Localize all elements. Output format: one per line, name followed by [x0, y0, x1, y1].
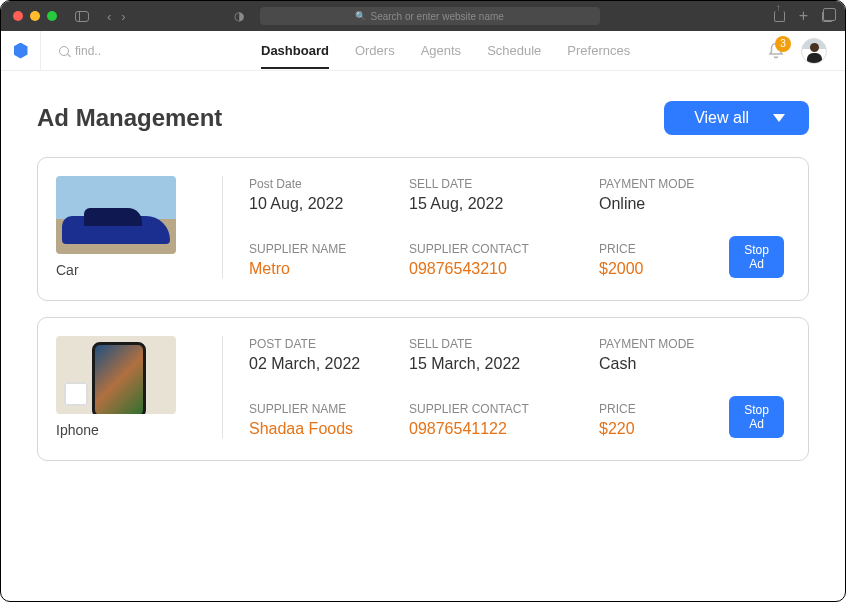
price-label: PRICE [599, 402, 636, 416]
supplier-name-value: Metro [249, 260, 290, 278]
logo-container[interactable] [1, 31, 41, 71]
payment-mode-value: Online [599, 195, 645, 213]
close-window-icon[interactable] [13, 11, 23, 21]
ad-details: Post Date10 Aug, 2022 SELL DATE15 Aug, 2… [249, 176, 784, 278]
search-placeholder: find.. [75, 44, 101, 58]
privacy-shield-icon[interactable]: ◑ [234, 9, 244, 23]
app-header: find.. Dashboard Orders Agents Schedule … [1, 31, 845, 71]
back-icon[interactable]: ‹ [107, 9, 111, 24]
payment-mode-value: Cash [599, 355, 636, 373]
forward-icon[interactable]: › [121, 9, 125, 24]
price-value: $220 [599, 420, 635, 438]
new-tab-icon[interactable]: + [799, 7, 808, 25]
divider [222, 176, 223, 278]
nav-arrows: ‹ › [107, 9, 126, 24]
supplier-contact-value: 09876541122 [409, 420, 507, 438]
ad-thumbnail-column: Iphone [56, 336, 196, 438]
nav-tabs: Dashboard Orders Agents Schedule Prefern… [261, 32, 630, 69]
supplier-contact-label: SUPPLIER CONTACT [409, 242, 529, 256]
supplier-contact-label: SUPPLIER CONTACT [409, 402, 529, 416]
sell-date-value: 15 March, 2022 [409, 355, 520, 373]
minimize-window-icon[interactable] [30, 11, 40, 21]
sell-date-value: 15 Aug, 2022 [409, 195, 503, 213]
search-icon: 🔍 [355, 11, 366, 21]
sidebar-toggle-icon[interactable] [75, 11, 89, 22]
avatar[interactable] [801, 38, 827, 64]
payment-mode-label: PAYMENT MODE [599, 337, 694, 351]
post-date-label: POST DATE [249, 337, 316, 351]
ad-name: Car [56, 262, 196, 278]
supplier-name-label: SUPPLIER NAME [249, 402, 346, 416]
search-icon [59, 46, 69, 56]
chevron-down-icon [773, 114, 785, 122]
page-content: Ad Management View all Car Post Date10 A… [1, 71, 845, 507]
divider [222, 336, 223, 438]
maximize-window-icon[interactable] [47, 11, 57, 21]
address-bar[interactable]: 🔍 Search or enter website name [260, 7, 600, 25]
supplier-name-label: SUPPLIER NAME [249, 242, 346, 256]
tabs-overview-icon[interactable] [822, 11, 833, 22]
logo-icon [14, 43, 28, 59]
tab-preferences[interactable]: Prefernces [567, 32, 630, 69]
page-header: Ad Management View all [37, 101, 809, 135]
post-date-value: 10 Aug, 2022 [249, 195, 343, 213]
stop-ad-button[interactable]: Stop Ad [729, 236, 784, 278]
search-input[interactable]: find.. [41, 44, 221, 58]
share-icon[interactable] [774, 11, 785, 22]
sell-date-label: SELL DATE [409, 177, 472, 191]
page-title: Ad Management [37, 104, 222, 132]
tab-orders[interactable]: Orders [355, 32, 395, 69]
view-all-label: View all [694, 109, 749, 127]
ad-thumbnail [56, 176, 176, 254]
ad-card: Iphone POST DATE02 March, 2022 SELL DATE… [37, 317, 809, 461]
sell-date-label: SELL DATE [409, 337, 472, 351]
view-all-button[interactable]: View all [664, 101, 809, 135]
post-date-value: 02 March, 2022 [249, 355, 360, 373]
window-controls [13, 11, 57, 21]
ad-thumbnail [56, 336, 176, 414]
browser-chrome: ‹ › ◑ 🔍 Search or enter website name + [1, 1, 845, 31]
tab-agents[interactable]: Agents [421, 32, 461, 69]
notification-badge: 3 [775, 36, 791, 52]
ad-details: POST DATE02 March, 2022 SELL DATE15 Marc… [249, 336, 784, 438]
stop-ad-button[interactable]: Stop Ad [729, 396, 784, 438]
supplier-name-value: Shadaa Foods [249, 420, 353, 438]
supplier-contact-value: 09876543210 [409, 260, 507, 278]
ad-name: Iphone [56, 422, 196, 438]
post-date-label: Post Date [249, 177, 302, 191]
tab-dashboard[interactable]: Dashboard [261, 32, 329, 69]
notifications-button[interactable]: 3 [767, 42, 785, 60]
price-label: PRICE [599, 242, 636, 256]
address-placeholder: Search or enter website name [370, 11, 503, 22]
ad-thumbnail-column: Car [56, 176, 196, 278]
price-value: $2000 [599, 260, 644, 278]
payment-mode-label: PAYMENT MODE [599, 177, 694, 191]
tab-schedule[interactable]: Schedule [487, 32, 541, 69]
ad-card: Car Post Date10 Aug, 2022 SELL DATE15 Au… [37, 157, 809, 301]
